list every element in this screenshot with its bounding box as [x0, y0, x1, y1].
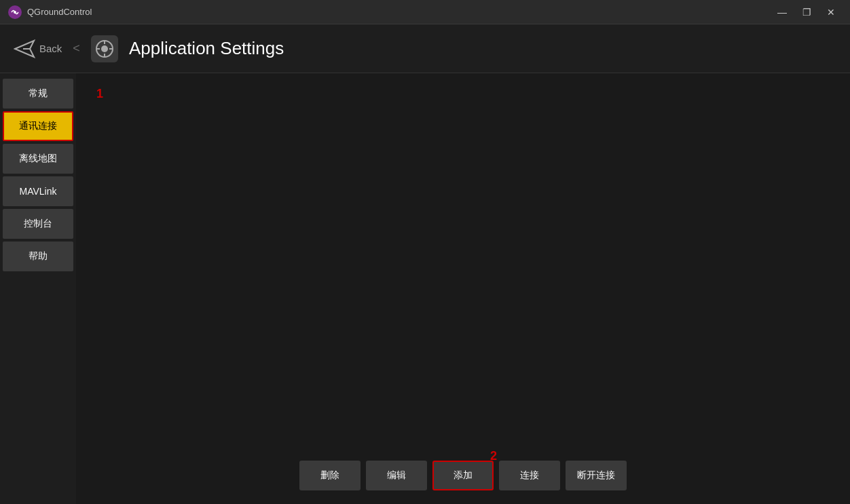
sidebar-item-console[interactable]: 控制台 [3, 209, 73, 239]
back-label: Back [39, 43, 62, 54]
sidebar-item-comm[interactable]: 通讯连接 [3, 111, 73, 141]
back-button[interactable]: Back [14, 38, 62, 60]
settings-icon [95, 39, 114, 58]
svg-point-5 [101, 45, 108, 52]
sidebar-item-mavlink[interactable]: MAVLink [3, 176, 73, 206]
sidebar: 常规 通讯连接 离线地图 MAVLink 控制台 帮助 [0, 73, 76, 504]
annotation-1: 1 [96, 87, 103, 101]
bottom-toolbar: 删除 编辑 添加 连接 断开连接 [76, 461, 850, 490]
maximize-button[interactable]: ❐ [796, 4, 817, 20]
main-layout: 常规 通讯连接 离线地图 MAVLink 控制台 帮助 1 2 删除 编辑 添加… [0, 73, 850, 504]
title-bar: QGroundControl — ❐ ✕ [0, 0, 850, 24]
paper-plane-icon [14, 38, 35, 60]
header: Back < Application Settings [0, 24, 850, 73]
page-title: Application Settings [129, 38, 284, 59]
edit-button[interactable]: 编辑 [366, 461, 427, 490]
app-title: QGroundControl [27, 7, 92, 17]
disconnect-button[interactable]: 断开连接 [566, 461, 627, 490]
title-bar-left: QGroundControl [8, 5, 92, 19]
header-separator: < [73, 41, 80, 56]
close-button[interactable]: ✕ [820, 4, 842, 20]
sidebar-item-general[interactable]: 常规 [3, 79, 73, 109]
sidebar-item-help[interactable]: 帮助 [3, 241, 73, 271]
svg-point-1 [14, 11, 16, 14]
connect-button[interactable]: 连接 [499, 461, 560, 490]
add-button[interactable]: 添加 [432, 461, 494, 490]
app-icon [8, 5, 22, 19]
title-bar-controls: — ❐ ✕ [771, 4, 842, 20]
minimize-button[interactable]: — [771, 4, 793, 20]
content-area: 1 2 删除 编辑 添加 连接 断开连接 [76, 73, 850, 504]
delete-button[interactable]: 删除 [299, 461, 361, 490]
sidebar-item-offline-map[interactable]: 离线地图 [3, 144, 73, 174]
settings-icon-wrap [91, 35, 118, 62]
